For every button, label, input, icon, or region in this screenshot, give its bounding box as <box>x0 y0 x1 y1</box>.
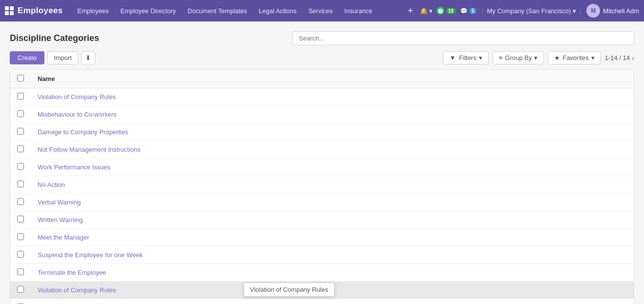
add-button[interactable]: + <box>405 6 416 16</box>
row-checkbox[interactable] <box>17 198 24 205</box>
nav-employee-directory[interactable]: Employee Directory <box>116 5 181 17</box>
select-all-checkbox[interactable] <box>17 75 24 81</box>
filters-button[interactable]: ▼ Filters ▾ <box>443 51 488 64</box>
discipline-table: Name Violation of Company Rules Misbehav… <box>10 70 634 304</box>
download-icon: ⬇ <box>85 54 91 61</box>
table-header-row: Name <box>10 70 634 88</box>
favorites-chevron-icon: ▾ <box>591 54 595 61</box>
row-name[interactable]: Work Performance Issues <box>31 159 634 176</box>
column-header-name[interactable]: Name <box>31 70 634 88</box>
row-checkbox[interactable] <box>17 110 24 117</box>
row-name[interactable]: Not Follow Management Instructions <box>31 141 634 159</box>
chat-icon: 💬 <box>460 7 468 15</box>
row-name[interactable]: Written Warning <box>31 211 634 229</box>
download-button[interactable]: ⬇ <box>81 51 95 64</box>
row-checkbox-cell <box>10 141 31 159</box>
row-checkbox-cell <box>10 176 31 194</box>
star-icon: ★ <box>554 54 560 61</box>
nav-services[interactable]: Services <box>303 5 337 17</box>
row-checkbox[interactable] <box>17 145 24 152</box>
table-row: Meet the Manager <box>10 229 634 246</box>
grid-icon <box>5 6 14 15</box>
messages-badge: 5 <box>469 8 477 14</box>
row-name[interactable]: Violation of Company Rules <box>31 282 634 299</box>
table-row: No Action <box>10 176 634 194</box>
nav-links: Employees Employee Directory Document Te… <box>72 5 405 17</box>
search-input[interactable] <box>292 31 634 45</box>
table-container: Name Violation of Company Rules Misbehav… <box>10 69 634 304</box>
toolbar: Create Import ⬇ ▼ Filters ▾ ≡ Group By ▾… <box>10 51 634 69</box>
row-name[interactable]: Damage to Company Properties <box>31 123 634 141</box>
select-all-cell <box>10 70 31 88</box>
nav-insurance[interactable]: Insurance <box>339 5 377 17</box>
company-chevron-icon: ▾ <box>573 7 576 15</box>
avatar: M <box>586 4 600 18</box>
top-navigation: Employees Employees Employee Directory D… <box>0 0 644 21</box>
row-checkbox[interactable] <box>17 93 24 100</box>
create-button[interactable]: Create <box>10 51 44 64</box>
row-checkbox[interactable] <box>17 216 24 223</box>
row-checkbox-cell <box>10 264 31 282</box>
nav-document-templates[interactable]: Document Templates <box>183 5 252 17</box>
user-name: Mitchell Adm <box>603 7 639 15</box>
user-menu[interactable]: M Mitchell Adm <box>586 4 639 18</box>
activity-badge: 19 <box>446 8 456 14</box>
table-row: Mis-behaviour to Co-workers <box>10 299 634 304</box>
page-title: Discipline Categories <box>10 33 99 43</box>
search-bar <box>292 31 634 45</box>
row-name[interactable]: Misbehaviour to Co-workers <box>31 106 634 123</box>
bell-icon: 🔔 <box>420 7 428 15</box>
table-row: Written Warning <box>10 211 634 229</box>
filter-icon: ▼ <box>449 54 456 61</box>
toolbar-left: Create Import ⬇ <box>10 51 95 64</box>
company-selector[interactable]: My Company (San Francisco) ▾ <box>482 7 581 15</box>
table-row: Damage to Company Properties <box>10 123 634 141</box>
row-name[interactable]: Suspend the Employee for one Week <box>31 246 634 264</box>
table-row: Violation of Company Rules <box>10 88 634 106</box>
row-checkbox[interactable] <box>17 128 24 135</box>
row-checkbox-cell <box>10 246 31 264</box>
table-row: Work Performance Issues <box>10 159 634 176</box>
chevron-down-icon: ▾ <box>429 7 433 15</box>
row-checkbox-cell <box>10 229 31 246</box>
table-row: Not Follow Management Instructions <box>10 141 634 159</box>
company-name: My Company (San Francisco) <box>487 7 571 15</box>
group-by-icon: ≡ <box>499 54 503 61</box>
row-checkbox[interactable] <box>17 181 24 187</box>
row-checkbox[interactable] <box>17 163 24 170</box>
nav-employees[interactable]: Employees <box>72 5 113 17</box>
row-name[interactable]: Meet the Manager <box>31 229 634 246</box>
table-body: Violation of Company Rules Misbehaviour … <box>10 88 634 304</box>
row-checkbox-cell <box>10 194 31 211</box>
import-button[interactable]: Import <box>47 51 78 64</box>
row-checkbox-cell <box>10 211 31 229</box>
nav-legal-actions[interactable]: Legal Actions <box>254 5 301 17</box>
favorites-button[interactable]: ★ Favorites ▾ <box>548 51 601 64</box>
row-name[interactable]: No Action <box>31 176 634 194</box>
table-row: Violation of Company Rules <box>10 282 634 299</box>
notifications-button[interactable]: 🔔 ▾ <box>420 7 433 15</box>
row-name[interactable]: Verbal Warning <box>31 194 634 211</box>
app-logo[interactable]: Employees <box>5 6 62 16</box>
row-checkbox-cell <box>10 106 31 123</box>
row-checkbox-cell <box>10 299 31 304</box>
page-header: Discipline Categories <box>10 31 634 45</box>
row-checkbox[interactable] <box>17 268 24 275</box>
row-checkbox[interactable] <box>17 286 24 293</box>
activity-button[interactable]: 🕐 19 <box>436 7 456 15</box>
group-by-button[interactable]: ≡ Group By ▾ <box>493 51 544 64</box>
row-checkbox[interactable] <box>17 233 24 240</box>
messages-button[interactable]: 💬 5 <box>460 7 477 15</box>
row-checkbox[interactable] <box>17 251 24 258</box>
row-checkbox-cell <box>10 282 31 299</box>
pagination-info: 1-14 / 14 ‹ <box>605 54 634 62</box>
row-name[interactable]: Mis-behaviour to Co-workers <box>31 299 634 304</box>
row-name[interactable]: Terminate the Employee <box>31 264 634 282</box>
table-row: Misbehaviour to Co-workers <box>10 106 634 123</box>
row-name[interactable]: Violation of Company Rules <box>31 88 634 106</box>
row-checkbox-cell <box>10 88 31 106</box>
row-checkbox-cell <box>10 159 31 176</box>
pagination-prev-button[interactable]: ‹ <box>632 54 634 62</box>
filters-chevron-icon: ▾ <box>479 54 482 61</box>
app-title: Employees <box>18 6 62 16</box>
